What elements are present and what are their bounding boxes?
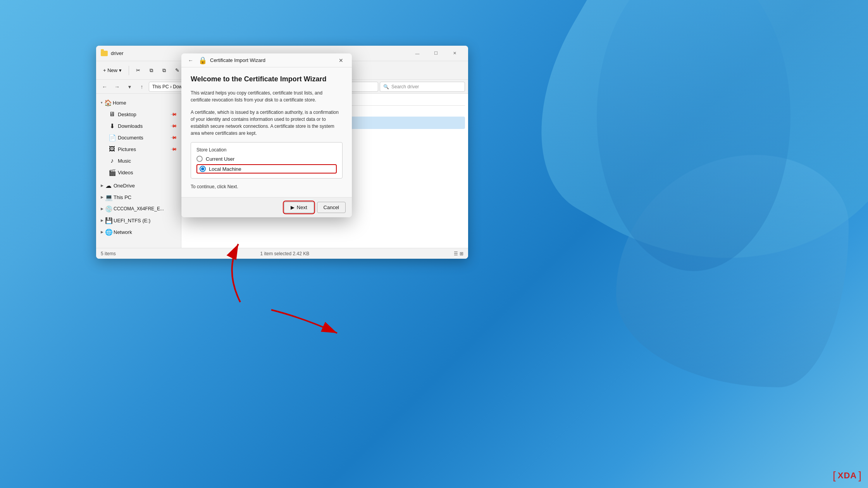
new-button-label: + New <box>103 67 117 73</box>
wizard-close-button[interactable]: ✕ <box>335 55 347 66</box>
uefi-label: UEFI_NTFS (E:) <box>114 218 150 223</box>
thispc-label: This PC <box>114 194 131 200</box>
downloads-pin-icon: 📌 <box>170 122 177 129</box>
wizard-footer: ▶ Next Cancel <box>181 197 352 217</box>
network-icon: 🌐 <box>105 229 112 236</box>
paste-icon: ⧉ <box>162 67 166 74</box>
local-machine-label: Local Machine <box>209 166 241 172</box>
maximize-button[interactable]: ☐ <box>427 47 445 60</box>
grid-view-icon[interactable]: ⊞ <box>460 251 463 256</box>
wizard-titlebar: ← 🔒 Certificate Import Wizard ✕ <box>181 53 352 67</box>
documents-label: Documents <box>118 135 143 141</box>
copy-icon: ⧉ <box>150 67 153 74</box>
dropdown-button[interactable]: ▾ <box>124 81 135 92</box>
cccoma-chevron: ▶ <box>101 207 103 211</box>
view-controls: ☰ ⊞ <box>454 251 463 256</box>
sidebar-item-pictures[interactable]: 🖼 Pictures 📌 <box>98 143 179 155</box>
up-button[interactable]: ↑ <box>136 81 147 92</box>
videos-icon: 🎬 <box>108 169 115 176</box>
forward-button[interactable]: → <box>112 81 122 92</box>
close-button[interactable]: ✕ <box>446 47 463 60</box>
paste-button[interactable]: ⧉ <box>158 65 170 76</box>
sidebar-item-cccoma[interactable]: ▶ 💿 CCCOMA_X64FRE_E... <box>98 203 179 215</box>
onedrive-icon: ☁ <box>105 182 112 189</box>
wizard-cert-icon: 🔒 <box>198 56 207 65</box>
sidebar-item-thispc[interactable]: ▶ 💻 This PC <box>98 191 179 203</box>
onedrive-chevron: ▶ <box>101 184 103 187</box>
downloads-icon: ⬇ <box>108 122 115 130</box>
wizard-title-left: ← 🔒 Certificate Import Wizard <box>186 56 265 65</box>
next-button[interactable]: ▶ Next <box>284 202 314 213</box>
desktop-icon: 🖥 <box>108 111 115 118</box>
next-arrow-icon: ▶ <box>291 204 294 210</box>
radio-local-machine[interactable]: Local Machine <box>200 166 241 172</box>
radio-btn-current-user[interactable] <box>196 156 203 162</box>
sidebar-item-documents[interactable]: 📄 Documents 📌 <box>98 132 179 143</box>
pictures-pin-icon: 📌 <box>170 145 177 153</box>
music-label: Music <box>118 158 131 164</box>
home-chevron: ▾ <box>101 101 103 105</box>
documents-icon: 📄 <box>108 134 115 141</box>
minimize-button[interactable]: — <box>408 47 426 60</box>
cccoma-icon: 💿 <box>105 205 112 213</box>
new-button[interactable]: + New ▾ <box>99 65 126 76</box>
documents-pin-icon: 📌 <box>170 134 177 141</box>
cut-button[interactable]: ✂ <box>132 65 144 76</box>
wizard-heading: Welcome to the Certificate Import Wizard <box>191 75 343 83</box>
status-selected: 1 item selected 2.42 KB <box>260 251 309 256</box>
sidebar-item-network[interactable]: ▶ 🌐 Network <box>98 226 179 238</box>
store-location-box: Store Location Current User Local Machin… <box>191 142 343 179</box>
wizard-continue-text: To continue, click Next. <box>191 184 343 189</box>
downloads-label: Downloads <box>118 123 143 129</box>
xda-watermark: [ XDA ] <box>833 469 862 482</box>
wizard-desc-1: This wizard helps you copy certificates,… <box>191 89 343 103</box>
uefi-icon: 💾 <box>105 217 112 224</box>
explorer-title: driver <box>111 50 124 56</box>
onedrive-label: OneDrive <box>114 183 135 189</box>
copy-button[interactable]: ⧉ <box>146 65 157 76</box>
search-box[interactable]: 🔍 Search driver <box>380 82 465 92</box>
search-icon: 🔍 <box>383 84 389 89</box>
sidebar-item-desktop[interactable]: 🖥 Desktop 📌 <box>98 108 179 120</box>
network-label: Network <box>114 229 132 235</box>
videos-label: Videos <box>118 170 133 175</box>
pin-icon: 📌 <box>170 110 177 118</box>
local-machine-highlight: Local Machine <box>196 164 337 174</box>
window-controls: — ☐ ✕ <box>408 47 463 60</box>
desktop-label: Desktop <box>118 112 136 117</box>
status-bar: 5 items 1 item selected 2.42 KB ☰ ⊞ <box>96 248 468 259</box>
sidebar-item-onedrive[interactable]: ▶ ☁ OneDrive <box>98 180 179 191</box>
xda-text: XDA <box>838 471 857 481</box>
back-button[interactable]: ← <box>99 81 110 92</box>
thispc-chevron: ▶ <box>101 195 103 199</box>
current-user-label: Current User <box>206 156 234 162</box>
network-chevron: ▶ <box>101 230 103 234</box>
rename-icon: ✎ <box>175 67 179 73</box>
new-button-arrow: ▾ <box>119 67 122 73</box>
radio-btn-local-machine[interactable] <box>200 166 206 172</box>
cccoma-label: CCCOMA_X64FRE_E... <box>114 206 164 211</box>
home-label: Home <box>113 100 126 106</box>
search-placeholder: Search driver <box>391 84 419 89</box>
cancel-button[interactable]: Cancel <box>317 202 346 213</box>
sidebar-item-downloads[interactable]: ⬇ Downloads 📌 <box>98 120 179 132</box>
xda-bracket-left: [ <box>833 469 836 482</box>
uefi-chevron: ▶ <box>101 218 103 222</box>
sidebar-item-music[interactable]: ♪ Music <box>98 155 179 167</box>
sidebar-item-uefi[interactable]: ▶ 💾 UEFI_NTFS (E:) <box>98 215 179 226</box>
wizard-body: Welcome to the Certificate Import Wizard… <box>181 67 352 197</box>
sidebar-item-videos[interactable]: 🎬 Videos <box>98 167 179 178</box>
cancel-button-label: Cancel <box>324 204 339 210</box>
folder-title-icon <box>101 51 108 56</box>
thispc-icon: 💻 <box>105 194 112 201</box>
next-button-label: Next <box>297 204 307 210</box>
radio-current-user[interactable]: Current User <box>196 156 337 162</box>
cut-icon: ✂ <box>136 67 140 73</box>
toolbar-separator-1 <box>129 66 129 75</box>
wizard-back-button[interactable]: ← <box>186 56 195 65</box>
sidebar-item-home[interactable]: ▾ 🏠 Home <box>98 97 179 108</box>
list-view-icon[interactable]: ☰ <box>454 251 458 256</box>
wizard-desc-2: A certificate, which is issued by a cert… <box>191 109 343 137</box>
sidebar: ▾ 🏠 Home 🖥 Desktop 📌 ⬇ Downloads 📌 📄 Doc… <box>96 94 181 248</box>
store-location-label: Store Location <box>196 147 337 153</box>
